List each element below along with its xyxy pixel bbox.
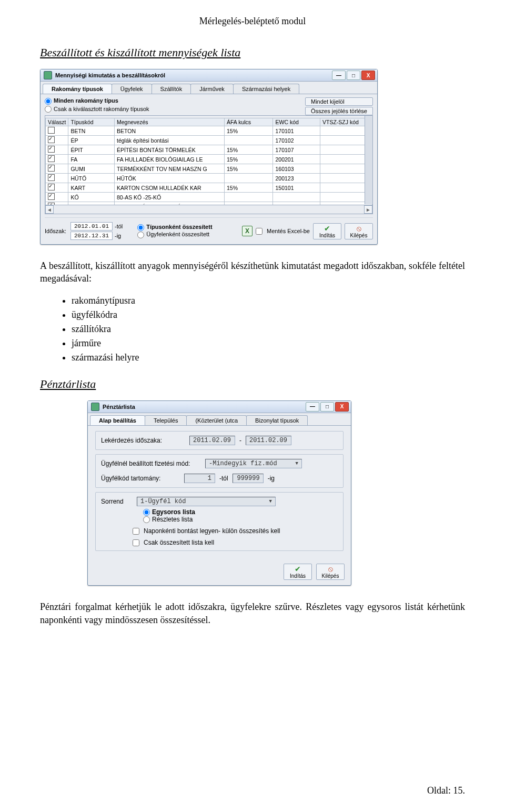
radio-single-line[interactable]: Egysoros lista	[143, 508, 338, 516]
cell-code: BETN	[68, 126, 115, 136]
scroll-left-icon[interactable]: ◄	[45, 205, 54, 214]
cell-name: HŰTŐK	[115, 174, 225, 183]
maximize-button[interactable]: □	[320, 402, 334, 412]
cargo-types-grid[interactable]: Választ Típuskód Megnevezés ÁFA kulcs EW…	[45, 115, 373, 214]
tab-vehicles[interactable]: Járművek	[190, 84, 234, 94]
col-ewc: EWC kód	[273, 118, 320, 126]
tab-origins[interactable]: Származási helyek	[233, 84, 299, 94]
row-checkbox[interactable]	[48, 193, 55, 200]
tab-clients[interactable]: Ügyfelek	[112, 84, 152, 94]
tab-doc-types[interactable]: Bizonylat típusok	[246, 415, 308, 425]
table-row[interactable]: KARTKARTON CSOM HULLADÉK KAR15%150101	[46, 183, 372, 193]
radio-by-type[interactable]: Típusonként összesített	[137, 224, 212, 231]
app-icon	[91, 403, 99, 411]
cell-vat: 15%	[225, 126, 273, 136]
col-vat: ÁFA kulcs	[225, 118, 273, 126]
col-select: Választ	[46, 118, 68, 126]
radio-by-client[interactable]: Ügyfelenként összesített	[137, 231, 212, 238]
order-label: Sorrend	[101, 498, 133, 505]
date-from-suffix: -tól	[115, 223, 123, 229]
cell-code: KART	[68, 183, 115, 193]
tab-basic-settings[interactable]: Alap beállítás	[90, 415, 145, 425]
section1-para: A beszállított, kiszállított anyagok men…	[40, 259, 465, 285]
cell-ewc	[273, 193, 320, 202]
chk-totals-only[interactable]: Csak összesített lista kell	[133, 539, 338, 546]
save-excel-checkbox[interactable]: Mentés Excel-be	[256, 228, 310, 235]
coderange-label: Ügyfélkód tartomány:	[101, 475, 180, 482]
cell-code: ÉP	[68, 136, 115, 145]
minimize-button[interactable]: —	[306, 402, 319, 412]
exit-button[interactable]: ⦸Kilépés	[316, 564, 345, 580]
cell-ewc: 170102	[273, 136, 320, 145]
maximize-button[interactable]: □	[347, 71, 360, 80]
cell-name: 80-AS KŐ -25-KŐ	[115, 193, 225, 202]
cell-code: GUMI	[68, 164, 115, 174]
code-to-suffix: -ig	[268, 475, 275, 482]
minimize-button[interactable]: —	[332, 71, 346, 80]
grid-scrollbar-horizontal[interactable]: ◄ ►	[45, 205, 372, 214]
bullet-item: származási helyre	[72, 350, 465, 365]
row-checkbox[interactable]	[48, 165, 55, 172]
cell-vat: 15%	[225, 183, 273, 193]
radio-all-types[interactable]: Minden rakomány típus	[45, 97, 149, 105]
radio-selected-types[interactable]: Csak a kiválasztott rakomány típusok	[45, 106, 149, 113]
table-row[interactable]: BETNBETON15%170101	[46, 126, 372, 136]
window-quantities: Mennyiségi kimutatás a beszállításokról …	[40, 69, 378, 245]
chk-daily-breakdown[interactable]: Naponkénti bontást legyen- külön összesí…	[133, 527, 338, 535]
cell-name: ÉPÍTÉSI BONTÁSI TÖRMELÉK	[115, 145, 225, 155]
start-button[interactable]: ✔Indítás	[313, 223, 341, 239]
grid-scrollbar-vertical[interactable]	[365, 116, 372, 204]
date-from-input[interactable]: 2012.01.01	[70, 222, 113, 230]
row-checkbox[interactable]	[48, 146, 55, 153]
scroll-right-icon[interactable]: ►	[364, 205, 372, 214]
cell-vat	[225, 193, 273, 202]
bullet-item: ügyfélkódra	[72, 308, 465, 322]
deselect-all-button[interactable]: Összes jejölés törlése	[305, 107, 373, 115]
close-button[interactable]: X	[335, 402, 349, 412]
tab-carriers[interactable]: Szállítók	[152, 84, 191, 94]
table-row[interactable]: KŐ80-AS KŐ -25-KŐ	[46, 193, 372, 202]
order-select[interactable]: 1-Ügyfél kód▼	[137, 497, 276, 506]
row-checkbox[interactable]	[48, 127, 55, 134]
code-from-input[interactable]	[184, 474, 215, 483]
cell-ewc: 200123	[273, 174, 320, 183]
excel-icon[interactable]: X	[242, 226, 252, 236]
date-sep: -	[239, 437, 241, 444]
row-checkbox[interactable]	[48, 155, 55, 162]
close-button[interactable]: X	[361, 71, 375, 80]
date-to-input[interactable]: 2012.12.31	[70, 232, 113, 240]
date-from-input[interactable]	[189, 436, 235, 445]
table-row[interactable]: GUMITERMÉKKÉNT TOV NEM HASZN G15%160103	[46, 164, 372, 174]
window2-title: Pénztárlista	[103, 404, 305, 410]
date-to-input[interactable]	[246, 436, 291, 445]
table-row[interactable]: FAFA HULLADÉK BIOLÓGIAILAG LE15%200201	[46, 155, 372, 164]
cell-name: KARTON CSOM HULLADÉK KAR	[115, 183, 225, 193]
code-to-input[interactable]	[233, 474, 264, 483]
select-all-button[interactable]: Mindet kijelöl	[305, 97, 373, 106]
row-checkbox[interactable]	[48, 174, 55, 181]
cell-code: KŐ	[68, 193, 115, 202]
cell-vat: 15%	[225, 164, 273, 174]
table-row[interactable]: ÉPITÉPÍTÉSI BONTÁSI TÖRMELÉK15%170107	[46, 145, 372, 155]
tab-street[interactable]: (Közterület (utca	[186, 415, 247, 425]
start-button[interactable]: ✔Indítás	[284, 564, 312, 580]
tab-cargo-types[interactable]: Rakomány típusok	[43, 84, 112, 94]
section2-title: Pénztárlista	[40, 377, 465, 391]
cell-ewc: 150101	[273, 183, 320, 193]
window-penztarlista: Pénztárlista — □ X Alap beállítás Telepü…	[87, 400, 351, 586]
paymode-label: Ügyfélnél beállított fizetési mód:	[101, 460, 201, 467]
tab-settlement[interactable]: Település	[145, 415, 187, 425]
period-label: Időszak:	[45, 228, 66, 234]
row-checkbox[interactable]	[48, 136, 55, 143]
payment-mode-select[interactable]: -Mindegyik fiz.mód▼	[205, 459, 302, 468]
cell-code: HŰTŐ	[68, 174, 115, 183]
table-row[interactable]: HŰTŐHŰTŐK200123	[46, 174, 372, 183]
row-checkbox[interactable]	[48, 184, 55, 191]
cell-vat: 15%	[225, 145, 273, 155]
radio-detailed[interactable]: Részletes lista	[143, 516, 338, 523]
exit-button[interactable]: ⦸Kilépés	[345, 223, 373, 239]
table-row[interactable]: ÉPtéglák építési bontási170102	[46, 136, 372, 145]
cell-code: FA	[68, 155, 115, 164]
cell-vat	[225, 136, 273, 145]
bullet-item: járműre	[72, 336, 465, 350]
